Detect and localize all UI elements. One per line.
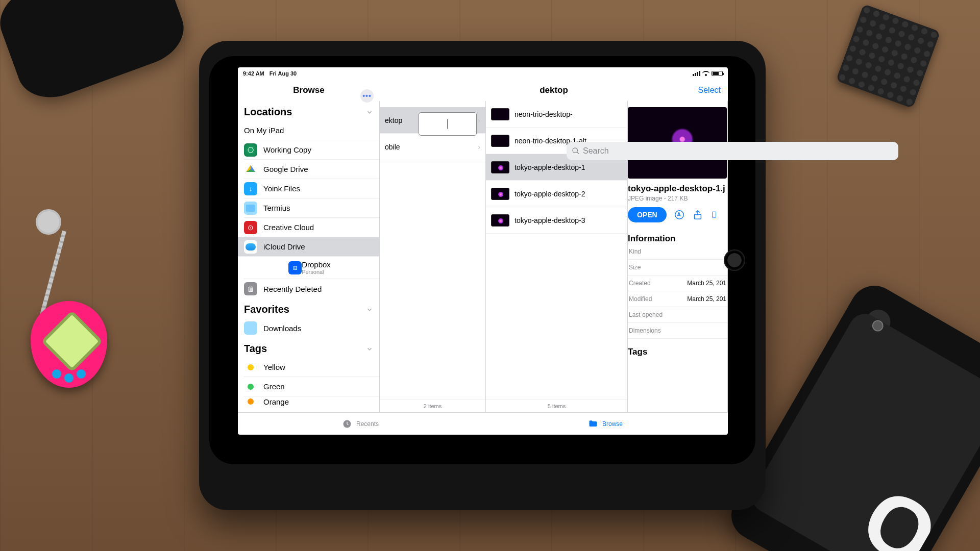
tags-header-detail: Tags	[628, 347, 727, 357]
desk-prop-keyring	[36, 209, 61, 235]
thumbnail-icon	[491, 161, 509, 173]
tag-dot-icon	[248, 398, 254, 405]
file-tokyo-apple-desktop-3[interactable]: tokyo-apple-desktop-3	[486, 207, 627, 234]
file-meta: JPEG image - 217 KB	[628, 195, 727, 202]
device-icon[interactable]	[710, 209, 718, 220]
sidebar-title: Browse •••	[238, 85, 380, 95]
info-dimensions: Dimensions	[628, 323, 727, 339]
battery-icon	[712, 71, 723, 76]
tag-dot-icon	[248, 364, 254, 370]
desk-prop-tamagotchi	[31, 301, 107, 388]
markup-icon[interactable]	[674, 209, 685, 220]
favorites-header[interactable]: Favorites	[238, 298, 379, 318]
sidebar-item-downloads[interactable]: Downloads	[244, 318, 379, 338]
sidebar-tag-orange[interactable]: Orange	[244, 396, 379, 407]
dropbox-icon: ⧈	[288, 261, 302, 274]
chevron-down-icon	[366, 345, 373, 353]
sidebar-item-working-copy[interactable]: ⎔Working Copy	[244, 140, 379, 160]
tab-recents[interactable]: Recents	[238, 413, 483, 435]
google-drive-icon	[244, 163, 257, 176]
screen: 9:42 AM Fri Aug 30 Browse ••• dektop Sel…	[238, 67, 728, 435]
info-created: CreatedMarch 25, 201	[628, 276, 727, 291]
sidebar-tag-yellow[interactable]: Yellow	[244, 358, 379, 377]
desk-prop-magnet-balls	[836, 4, 940, 108]
sidebar-item-google-drive[interactable]: Google Drive	[244, 160, 379, 179]
svg-rect-2	[712, 212, 716, 218]
column-1-folders: ektop › obile › 2 items	[380, 101, 486, 412]
chevron-right-icon: ›	[478, 116, 480, 124]
chevron-down-icon	[366, 109, 373, 116]
wifi-icon	[702, 71, 709, 76]
chevron-down-icon	[366, 306, 373, 313]
folder-icon	[244, 321, 257, 335]
tags-header[interactable]: Tags	[238, 338, 379, 358]
ipad-device: 9:42 AM Fri Aug 30 Browse ••• dektop Sel…	[209, 56, 755, 464]
select-button[interactable]: Select	[698, 86, 721, 95]
status-bar: 9:42 AM Fri Aug 30	[238, 67, 728, 80]
file-name: tokyo-apple-desktop-1.j	[628, 184, 727, 194]
open-button[interactable]: OPEN	[628, 207, 667, 222]
locations-header[interactable]: Locations	[238, 101, 379, 121]
sidebar-item-yoink[interactable]: ↓Yoink Files	[244, 179, 379, 198]
trash-icon: 🗑	[244, 282, 257, 295]
yoink-icon: ↓	[244, 182, 257, 195]
working-copy-icon: ⎔	[244, 143, 257, 157]
share-icon[interactable]	[692, 209, 703, 220]
tab-browse[interactable]: Browse	[483, 413, 728, 435]
sidebar-item-icloud-drive[interactable]: iCloud Drive	[238, 237, 379, 257]
clock-icon	[342, 419, 352, 429]
tag-dot-icon	[248, 384, 254, 390]
sidebar-item-creative-cloud[interactable]: ⊙Creative Cloud	[244, 218, 379, 237]
svg-point-0	[675, 211, 683, 219]
info-size: Size	[628, 260, 727, 276]
content-title: dektop	[540, 85, 568, 95]
file-tokyo-apple-desktop-2[interactable]: tokyo-apple-desktop-2	[486, 181, 627, 207]
sidebar-item-termius[interactable]: Termius	[244, 198, 379, 218]
more-button[interactable]: •••	[360, 89, 374, 103]
status-time: 9:42 AM	[243, 70, 264, 77]
info-kind: Kind	[628, 244, 727, 260]
sidebar-item-dropbox[interactable]: ⧈ Dropbox Personal	[244, 257, 379, 279]
thumbnail-icon	[491, 135, 509, 147]
folder-obile[interactable]: obile ›	[380, 134, 485, 160]
thumbnail-icon	[491, 108, 509, 120]
sidebar-tag-green[interactable]: Green	[244, 377, 379, 396]
creative-cloud-icon: ⊙	[244, 221, 257, 234]
chevron-right-icon: ›	[478, 143, 480, 151]
search-input[interactable]: Search	[567, 142, 728, 160]
cellular-icon	[693, 71, 700, 76]
thumbnail-icon	[491, 188, 509, 200]
sidebar: Locations On My iPad ⎔Working Copy Googl…	[238, 101, 380, 412]
column-1-count: 2 items	[380, 399, 485, 412]
tab-bar: Recents Browse	[238, 412, 728, 435]
information-header: Information	[628, 234, 727, 244]
column-2-count: 5 items	[486, 399, 627, 412]
search-icon	[572, 147, 580, 155]
info-modified: ModifiedMarch 25, 201	[628, 291, 727, 307]
home-button[interactable]	[724, 249, 745, 271]
thumbnail-icon	[491, 214, 509, 227]
desk-prop-sunglasses	[0, 0, 192, 108]
info-last-opened: Last opened	[628, 307, 727, 323]
sidebar-item-on-my-ipad[interactable]: On My iPad	[244, 121, 379, 140]
folder-icon	[244, 202, 257, 215]
file-neon-trio-desktop[interactable]: neon-trio-desktop-	[486, 101, 627, 128]
icloud-icon	[244, 240, 257, 254]
folder-icon	[588, 419, 598, 429]
sidebar-item-recently-deleted[interactable]: 🗑Recently Deleted	[244, 279, 379, 298]
status-date: Fri Aug 30	[270, 70, 297, 77]
